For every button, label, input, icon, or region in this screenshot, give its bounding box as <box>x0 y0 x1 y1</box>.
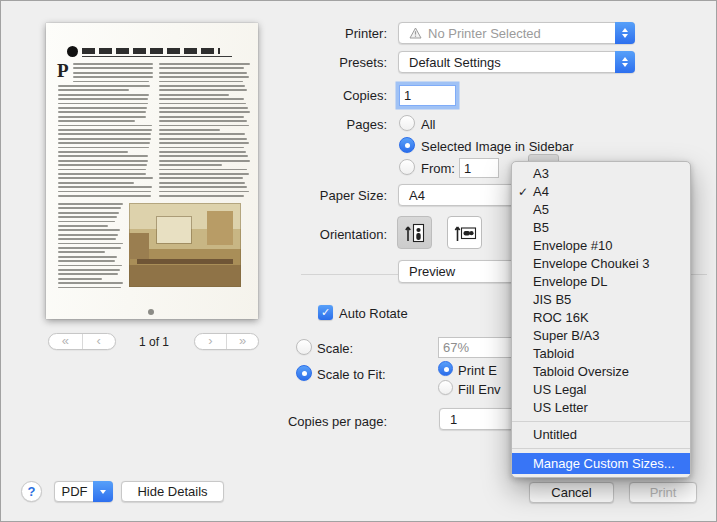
orientation-label: Orientation: <box>247 227 387 242</box>
document-preview-page: P <box>46 23 258 319</box>
scale-label: Scale: <box>317 341 353 356</box>
copies-label: Copies: <box>247 88 387 103</box>
last-page-icon[interactable]: » <box>226 334 258 349</box>
paper-size-menu-custom-items: Untitled <box>512 426 690 444</box>
menu-item[interactable]: US Legal <box>512 381 690 399</box>
fill-entire-radio[interactable] <box>438 380 453 395</box>
menu-item[interactable]: Envelope DL <box>512 273 690 291</box>
menu-item[interactable]: A5 <box>512 201 690 219</box>
scale-to-fit-label: Scale to Fit: <box>317 367 386 382</box>
hide-details-button[interactable]: Hide Details <box>121 481 224 502</box>
menu-item[interactable]: ROC 16K <box>512 309 690 327</box>
pane-selector-value: Preview <box>409 264 455 279</box>
first-page-icon[interactable]: « <box>49 334 82 349</box>
pages-from-label: From: <box>421 161 455 176</box>
printer-value: No Printer Selected <box>428 26 541 41</box>
pages-from-input[interactable] <box>459 158 499 178</box>
landscape-icon <box>453 221 477 245</box>
print-button[interactable]: Print <box>629 482 697 503</box>
portrait-icon <box>403 221 427 245</box>
pdf-button[interactable]: PDF <box>54 481 113 502</box>
previous-page-icon[interactable]: ‹ <box>82 334 116 349</box>
cancel-button[interactable]: Cancel <box>529 482 614 503</box>
scale-to-fit-radio[interactable] <box>296 365 312 381</box>
menu-separator <box>512 421 690 422</box>
page-indicator: 1 of 1 <box>114 335 194 349</box>
preview-page-content: P <box>46 23 258 319</box>
presets-value: Default Settings <box>409 55 501 70</box>
presets-popup[interactable]: Default Settings <box>398 51 635 73</box>
pages-all-label: All <box>421 117 435 132</box>
scale-input[interactable]: 67% <box>438 337 513 358</box>
pages-all-radio[interactable] <box>399 115 415 131</box>
chapter-number-badge <box>67 46 78 57</box>
print-entire-label: Print E <box>458 363 497 378</box>
print-dialog: P « ‹ 1 of 1 › » Printer: No Printer Sel… <box>0 0 717 522</box>
printer-label: Printer: <box>247 26 387 41</box>
chapter-title-text <box>82 48 220 54</box>
menu-item[interactable]: Super B/A3 <box>512 327 690 345</box>
copies-input[interactable] <box>399 85 456 106</box>
auto-rotate-checkbox[interactable]: ✓ <box>318 305 333 320</box>
scale-radio[interactable] <box>296 339 312 355</box>
help-button[interactable]: ? <box>21 481 42 502</box>
nav-forward-segment[interactable]: › » <box>194 333 259 350</box>
menu-item[interactable]: Envelope Choukei 3 <box>512 255 690 273</box>
menu-separator <box>512 448 690 449</box>
pages-selected-image-radio[interactable] <box>399 137 415 153</box>
page-number-dot <box>148 309 154 315</box>
pages-selected-image-label: Selected Image in Sidebar <box>421 139 573 154</box>
nav-back-segment[interactable]: « ‹ <box>48 333 116 350</box>
menu-item[interactable]: Tabloid <box>512 345 690 363</box>
pages-from-radio[interactable] <box>399 159 415 175</box>
menu-item-manage-custom-sizes[interactable]: Manage Custom Sizes... <box>512 453 690 474</box>
chevron-down-icon[interactable] <box>93 481 113 502</box>
chapter-title-underline <box>82 56 232 57</box>
print-entire-radio[interactable] <box>438 361 453 376</box>
drop-cap: P <box>57 61 69 80</box>
copies-per-page-label: Copies per page: <box>247 414 387 429</box>
paper-size-label: Paper Size: <box>247 188 387 203</box>
warning-icon <box>409 27 422 39</box>
orientation-portrait-button[interactable] <box>397 216 432 249</box>
popup-stepper-icon <box>615 22 635 44</box>
menu-item[interactable]: US Letter <box>512 399 690 417</box>
popup-stepper-icon <box>615 51 635 73</box>
next-page-icon[interactable]: › <box>195 334 226 349</box>
menu-item[interactable]: Untitled <box>512 426 690 444</box>
paper-size-menu: A3✓A4A5B5Envelope #10Envelope Choukei 3E… <box>511 161 691 478</box>
menu-item[interactable]: Tabloid Oversize <box>512 363 690 381</box>
menu-item[interactable]: Envelope #10 <box>512 237 690 255</box>
pdf-button-label: PDF <box>62 484 88 499</box>
orientation-landscape-button[interactable] <box>447 216 482 249</box>
menu-item[interactable]: A3 <box>512 165 690 183</box>
menu-item[interactable]: JIS B5 <box>512 291 690 309</box>
printer-popup[interactable]: No Printer Selected <box>398 22 635 44</box>
painting-illustration <box>129 203 241 287</box>
menu-item[interactable]: B5 <box>512 219 690 237</box>
auto-rotate-label: Auto Rotate <box>339 306 408 321</box>
pages-label: Pages: <box>247 117 387 132</box>
paper-size-menu-items: A3✓A4A5B5Envelope #10Envelope Choukei 3E… <box>512 165 690 417</box>
copies-per-page-value: 1 <box>450 412 457 427</box>
checkmark-icon: ✓ <box>518 183 531 201</box>
paper-size-value: A4 <box>409 188 425 203</box>
menu-item[interactable]: ✓A4 <box>512 183 690 201</box>
presets-label: Presets: <box>247 55 387 70</box>
fill-entire-label: Fill Env <box>458 382 501 397</box>
